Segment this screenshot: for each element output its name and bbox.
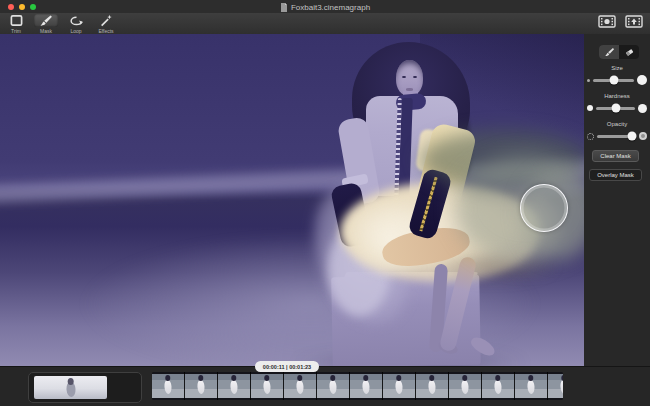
hardness-max-icon	[638, 104, 647, 113]
window-title-wrap: Foxbait3.cinemagraph	[0, 2, 650, 12]
titlebar: Foxbait3.cinemagraph	[0, 0, 650, 14]
filmstrip-frame[interactable]	[350, 372, 383, 400]
filmstrip-frame[interactable]	[152, 372, 185, 400]
brush-mode-button[interactable]	[599, 45, 619, 59]
mask-painted-region-top	[420, 130, 584, 190]
mask-panel: Size Hardness Opacity Clear Mask Overlay	[584, 34, 650, 366]
model-lips	[406, 88, 413, 91]
opacity-slider-thumb[interactable]	[628, 132, 637, 141]
model-foot-back	[437, 339, 460, 356]
trim-icon	[4, 14, 28, 27]
tool-effects[interactable]: Effects	[91, 13, 121, 34]
jacket-sleeve	[414, 122, 477, 214]
shirt-cuff-left	[341, 173, 369, 188]
filmstrip-frame[interactable]	[449, 372, 482, 400]
toolbar: Trim Mask Loop	[0, 13, 650, 35]
model-hair-left	[346, 102, 392, 194]
glove-right	[407, 167, 453, 240]
size-max-icon	[637, 75, 647, 85]
tool-group: Trim Mask Loop	[1, 13, 121, 34]
window-title: Foxbait3.cinemagraph	[291, 3, 370, 12]
app-window: Foxbait3.cinemagraph Trim Mask	[0, 0, 650, 406]
model-shirt	[366, 96, 458, 196]
filmstrip-frame[interactable]	[284, 372, 317, 400]
glove-left	[330, 182, 372, 249]
tulle-skirt-highlight	[345, 199, 435, 279]
filmstrip-frame[interactable]	[185, 372, 218, 400]
filmstrip-frame[interactable]	[317, 372, 350, 400]
size-slider-row	[584, 74, 650, 86]
filmstrip-frame[interactable]	[251, 372, 284, 400]
filmstrip-frame[interactable]	[482, 372, 515, 400]
tulle-skirt-shadow	[430, 249, 560, 284]
floor-light-pool	[80, 234, 540, 366]
shirt-sleeve-left	[337, 116, 381, 206]
model-face	[396, 60, 423, 96]
loop-icon	[64, 14, 88, 27]
mask-brush-icon	[34, 14, 58, 27]
model-eye-right	[413, 76, 417, 78]
scarf-tie	[398, 98, 413, 202]
brush-mode-segmented-control	[599, 45, 639, 59]
action-group: Render Upload	[593, 13, 647, 34]
backdrop-horizon-glow	[0, 159, 584, 204]
jacket-lapel	[415, 128, 447, 173]
overlay-mask-button[interactable]: Overlay Mask	[589, 169, 642, 181]
opacity-max-icon	[639, 132, 647, 140]
document-icon	[280, 3, 288, 12]
timeline-bar	[0, 366, 650, 406]
eraser-mode-button[interactable]	[619, 45, 639, 59]
eraser-icon	[624, 47, 635, 57]
filmstrip[interactable]	[152, 372, 563, 400]
filmstrip-frame[interactable]	[416, 372, 449, 400]
dress-train	[296, 173, 427, 337]
loop-preview-thumbnail[interactable]	[34, 376, 107, 399]
model-leg-thigh	[380, 223, 473, 272]
timestamp-badge: 00:00:11 | 00:01:23	[255, 361, 319, 372]
opacity-label: Opacity	[584, 121, 650, 127]
brush-cursor[interactable]	[520, 184, 568, 232]
model-leg-back	[429, 264, 448, 353]
render-button[interactable]: Render	[593, 13, 620, 34]
hardness-slider-thumb[interactable]	[611, 104, 620, 113]
hardness-min-icon	[587, 105, 593, 111]
clear-mask-button[interactable]: Clear Mask	[592, 150, 639, 162]
hardness-label: Hardness	[584, 93, 650, 99]
model-hair	[352, 42, 470, 160]
size-slider-thumb[interactable]	[610, 76, 619, 85]
tulle-skirt	[340, 182, 540, 282]
filmstrip-frame[interactable]	[515, 372, 548, 400]
scarf-tail	[401, 192, 412, 229]
tool-mask[interactable]: Mask	[31, 13, 61, 34]
opacity-slider-row	[584, 130, 650, 142]
hardness-slider-track[interactable]	[596, 107, 635, 110]
scarf-knot	[395, 93, 426, 112]
scarf-trim	[394, 98, 402, 200]
model-neck	[403, 91, 418, 104]
filmstrip-frame[interactable]	[548, 372, 563, 400]
studio-backdrop	[0, 34, 584, 366]
upload-button[interactable]: Upload	[620, 13, 647, 34]
tool-trim[interactable]: Trim	[1, 13, 31, 34]
opacity-min-icon	[587, 133, 594, 140]
cube-floor-shadow	[290, 350, 530, 366]
opacity-slider-track[interactable]	[597, 135, 636, 138]
dress-fold	[328, 224, 390, 316]
filmstrip-frame[interactable]	[383, 372, 416, 400]
brush-icon	[604, 47, 615, 57]
seat-cube	[331, 275, 481, 366]
editing-canvas[interactable]	[0, 34, 584, 366]
filmstrip-frame[interactable]	[218, 372, 251, 400]
render-film-icon	[598, 14, 616, 32]
size-min-icon	[587, 79, 590, 82]
size-slider-track[interactable]	[593, 79, 634, 82]
model-leg-front	[439, 255, 478, 352]
seat-cube-top	[342, 272, 478, 284]
glove-zipper	[419, 177, 437, 232]
hardness-slider-row	[584, 102, 650, 114]
backdrop-shadow-corner	[420, 34, 584, 154]
loop-preview-well[interactable]	[28, 372, 142, 403]
model-hair-right	[430, 90, 476, 182]
tool-loop[interactable]: Loop	[61, 13, 91, 34]
model-foot-front	[468, 334, 497, 358]
